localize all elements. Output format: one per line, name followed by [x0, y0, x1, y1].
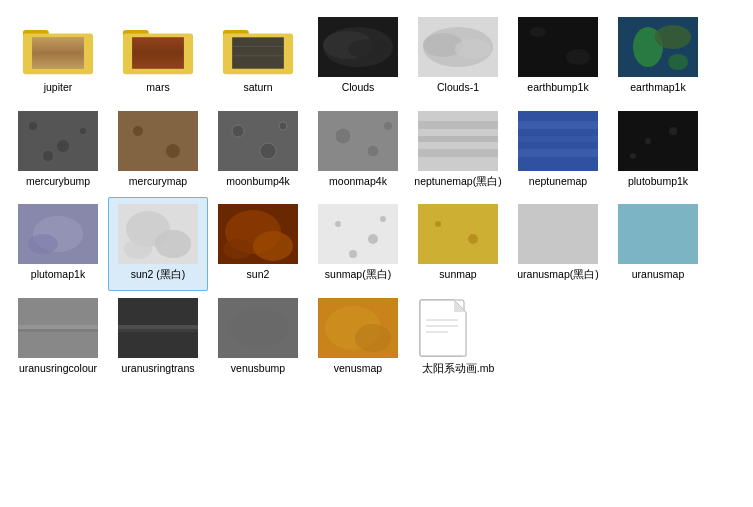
file-label-venusmap: venusmap [334, 362, 382, 376]
file-item-mercurybump[interactable]: mercurybump [8, 104, 108, 198]
file-label-clouds1: Clouds-1 [437, 81, 479, 95]
file-item-sun2[interactable]: sun2 [208, 197, 308, 291]
file-item-uranusringcolour[interactable]: uranusringcolour [8, 291, 108, 385]
svg-rect-53 [518, 149, 598, 157]
file-item-plutomap1k[interactable]: plutomap1k [8, 197, 108, 291]
file-item-plutobump1k[interactable]: plutobump1k [608, 104, 708, 198]
file-item-venusmap[interactable]: venusmap [308, 291, 408, 385]
thumbnail-uranusmap-bw [518, 204, 598, 264]
svg-point-93 [355, 324, 391, 352]
svg-point-77 [468, 234, 478, 244]
thumbnail-uranusmap [618, 204, 698, 264]
svg-point-67 [253, 231, 293, 261]
svg-rect-75 [418, 204, 498, 264]
thumbnail-moonmap4k [318, 111, 398, 171]
svg-point-68 [223, 239, 253, 259]
file-item-neptunemap-bw[interactable]: neptunemap(黑白) [408, 104, 508, 198]
svg-rect-81 [618, 204, 698, 264]
thumbnail-sunmap [418, 204, 498, 264]
file-label-moonbump4k: moonbump4k [226, 175, 290, 189]
svg-point-31 [57, 140, 69, 152]
file-item-solar-anim[interactable]: 太阳系动画.mb [408, 291, 508, 385]
thumbnail-sun2 [218, 204, 298, 264]
svg-point-21 [455, 39, 491, 59]
file-item-saturn[interactable]: saturn [208, 10, 308, 104]
file-item-mercurymap[interactable]: mercurymap [108, 104, 208, 198]
svg-rect-49 [418, 149, 498, 157]
svg-rect-11 [232, 37, 284, 68]
file-label-earthbump1k: earthbump1k [527, 81, 588, 95]
svg-point-17 [348, 39, 388, 59]
file-item-moonmap4k[interactable]: moonmap4k [308, 104, 408, 198]
svg-point-56 [669, 127, 677, 135]
svg-rect-35 [118, 111, 198, 171]
svg-rect-51 [518, 121, 598, 129]
svg-point-27 [655, 25, 691, 49]
svg-point-44 [367, 145, 379, 157]
svg-point-24 [566, 49, 590, 65]
thumbnail-uranusringtrans [118, 298, 198, 358]
thumbnail-jupiter [18, 17, 98, 77]
file-item-sun2-bw[interactable]: sun2 (黑白) [108, 197, 208, 291]
file-item-earthbump1k[interactable]: earthbump1k [508, 10, 608, 104]
svg-point-57 [630, 153, 636, 159]
svg-point-76 [435, 221, 441, 227]
file-label-clouds: Clouds [342, 81, 375, 95]
file-item-moonbump4k[interactable]: moonbump4k [208, 104, 308, 198]
thumbnail-mercurybump [18, 111, 98, 171]
thumbnail-mercurymap [118, 111, 198, 171]
file-item-mars[interactable]: mars [108, 10, 208, 104]
svg-point-70 [335, 221, 341, 227]
thumbnail-sun2-bw [118, 204, 198, 264]
svg-point-73 [380, 216, 386, 222]
file-label-sunmap-bw: sunmap(黑白) [325, 268, 391, 282]
file-item-venusbump[interactable]: venusbump [208, 291, 308, 385]
svg-point-28 [668, 54, 688, 70]
svg-rect-38 [218, 111, 298, 171]
svg-point-39 [232, 125, 244, 137]
file-label-uranusringtrans: uranusringtrans [122, 362, 195, 376]
svg-point-37 [166, 144, 180, 158]
thumbnail-solar-anim [418, 298, 498, 358]
file-item-uranusmap-bw[interactable]: uranusmap(黑白) [508, 197, 608, 291]
file-item-jupiter[interactable]: jupiter [8, 10, 108, 104]
svg-point-32 [80, 128, 86, 134]
svg-point-45 [384, 122, 392, 130]
file-item-uranusringtrans[interactable]: uranusringtrans [108, 291, 208, 385]
svg-point-36 [133, 126, 143, 136]
svg-rect-52 [518, 136, 598, 142]
svg-rect-87 [118, 329, 198, 332]
file-item-clouds1[interactable]: Clouds-1 [408, 10, 508, 104]
file-label-sunmap: sunmap [439, 268, 476, 282]
file-item-sunmap[interactable]: sunmap [408, 197, 508, 291]
file-item-clouds[interactable]: Clouds [308, 10, 408, 104]
thumbnail-neptunemap-bw [418, 111, 498, 171]
file-label-sun2: sun2 [247, 268, 270, 282]
svg-rect-48 [418, 136, 498, 142]
file-label-uranusringcolour: uranusringcolour [19, 362, 97, 376]
file-item-earthmap1k[interactable]: earthmap1k [608, 10, 708, 104]
svg-rect-79 [518, 204, 598, 264]
file-label-sun2-bw: sun2 (黑白) [131, 268, 186, 282]
file-item-uranusmap[interactable]: uranusmap [608, 197, 708, 291]
file-item-neptunemap[interactable]: neptunemap [508, 104, 608, 198]
file-label-plutomap1k: plutomap1k [31, 268, 85, 282]
svg-point-40 [260, 143, 276, 159]
svg-point-90 [228, 308, 288, 348]
thumbnail-plutobump1k [618, 111, 698, 171]
svg-rect-86 [118, 325, 198, 329]
file-label-uranusmap-bw: uranusmap(黑白) [517, 268, 599, 282]
thumbnail-clouds1 [418, 17, 498, 77]
thumbnail-venusbump [218, 298, 298, 358]
file-label-mercurymap: mercurymap [129, 175, 187, 189]
thumbnail-uranusringcolour [18, 298, 98, 358]
file-label-solar-anim: 太阳系动画.mb [422, 362, 495, 376]
file-label-neptunemap-bw: neptunemap(黑白) [414, 175, 501, 189]
file-label-plutobump1k: plutobump1k [628, 175, 688, 189]
thumbnail-venusmap [318, 298, 398, 358]
svg-point-63 [155, 230, 191, 258]
file-item-sunmap-bw[interactable]: sunmap(黑白) [308, 197, 408, 291]
svg-rect-22 [518, 17, 598, 77]
svg-point-33 [43, 151, 53, 161]
file-label-neptunemap: neptunemap [529, 175, 587, 189]
